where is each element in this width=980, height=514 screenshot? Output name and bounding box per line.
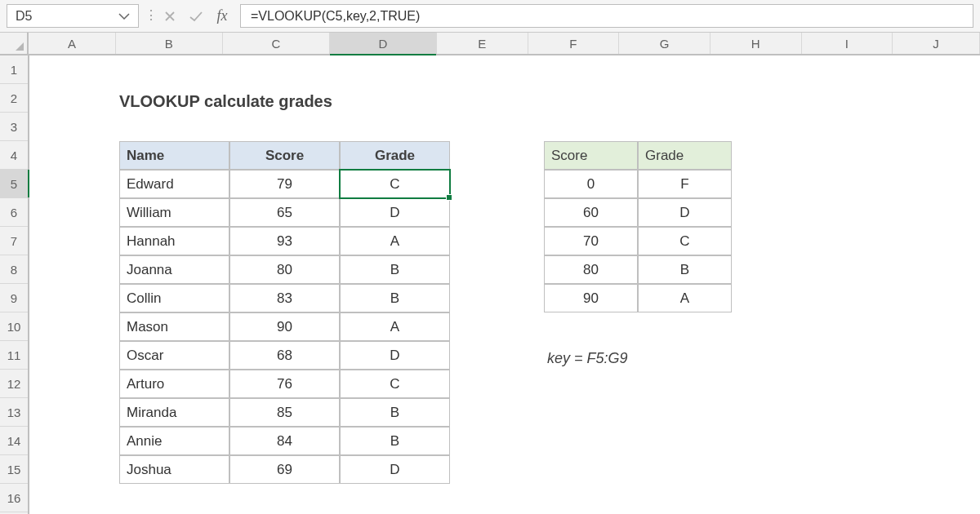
table1-cell-name-r5[interactable]: Edward	[119, 170, 229, 198]
table1-cell-score-r14[interactable]: 84	[229, 427, 340, 455]
row-header-14[interactable]: 14	[0, 427, 28, 455]
cells-canvas[interactable]: VLOOKUP calculate gradesNameScoreGradeEd…	[29, 55, 980, 514]
page-title: VLOOKUP calculate grades	[119, 87, 450, 116]
table2-cell-grade-r5[interactable]: F	[638, 170, 732, 198]
col-header-C[interactable]: C	[223, 33, 330, 54]
table1-cell-grade-r10[interactable]: A	[340, 312, 450, 341]
table1-cell-grade-r15[interactable]: D	[340, 455, 450, 484]
row-header-13[interactable]: 13	[0, 398, 28, 427]
table1-cell-score-r7[interactable]: 93	[229, 227, 340, 255]
row-header-7[interactable]: 7	[0, 227, 28, 255]
formula-bar-separator: ⋮	[145, 0, 157, 32]
table1-cell-grade-r5[interactable]: C	[340, 170, 450, 198]
name-box-value: D5	[16, 9, 32, 24]
row-header-10[interactable]: 10	[0, 312, 28, 341]
table1-header-name: Name	[119, 141, 229, 170]
formula-input-value: =VLOOKUP(C5,key,2,TRUE)	[251, 9, 420, 24]
table2-cell-grade-r7[interactable]: C	[638, 227, 732, 255]
name-box-dropdown-icon[interactable]	[118, 13, 130, 20]
table2-cell-grade-r6[interactable]: D	[638, 198, 732, 227]
row-header-12[interactable]: 12	[0, 370, 28, 398]
named-range-note: key = F5:G9	[547, 344, 735, 373]
table1-cell-grade-r13[interactable]: B	[340, 398, 450, 427]
table1-cell-name-r12[interactable]: Arturo	[119, 370, 229, 398]
cancel-icon[interactable]	[157, 0, 183, 32]
table1-cell-score-r13[interactable]: 85	[229, 398, 340, 427]
table1-cell-grade-r14[interactable]: B	[340, 427, 450, 455]
row-header-3[interactable]: 3	[0, 113, 28, 141]
col-header-B[interactable]: B	[116, 33, 223, 54]
table1-cell-name-r11[interactable]: Oscar	[119, 341, 229, 370]
table1-cell-score-r15[interactable]: 69	[229, 455, 340, 484]
select-all-corner[interactable]	[0, 33, 29, 54]
row-header-16[interactable]: 16	[0, 484, 28, 512]
table1-cell-grade-r8[interactable]: B	[340, 255, 450, 284]
table2-cell-score-r8[interactable]: 80	[544, 255, 638, 284]
table1-cell-score-r8[interactable]: 80	[229, 255, 340, 284]
table2-cell-score-r6[interactable]: 60	[544, 198, 638, 227]
table1-cell-name-r6[interactable]: William	[119, 198, 229, 227]
col-header-A[interactable]: A	[29, 33, 116, 54]
fx-label: fx	[217, 7, 228, 24]
table1-cell-name-r7[interactable]: Hannah	[119, 227, 229, 255]
table1-cell-score-r5[interactable]: 79	[229, 170, 340, 198]
enter-icon[interactable]	[183, 0, 209, 32]
table1-cell-name-r13[interactable]: Miranda	[119, 398, 229, 427]
table1-cell-score-r10[interactable]: 90	[229, 312, 340, 341]
row-header-8[interactable]: 8	[0, 255, 28, 284]
table2-cell-grade-r8[interactable]: B	[638, 255, 732, 284]
table2-cell-score-r7[interactable]: 70	[544, 227, 638, 255]
table1-header-score: Score	[229, 141, 340, 170]
table1-cell-score-r12[interactable]: 76	[229, 370, 340, 398]
table1-cell-name-r9[interactable]: Collin	[119, 284, 229, 312]
table2-header-grade: Grade	[638, 141, 732, 170]
table2-cell-score-r9[interactable]: 90	[544, 284, 638, 312]
col-header-I[interactable]: I	[802, 33, 893, 54]
table1-cell-grade-r7[interactable]: A	[340, 227, 450, 255]
spreadsheet-grid: ABCDEFGHIJ 12345678910111213141516 VLOOK…	[0, 33, 980, 514]
row-header-1[interactable]: 1	[0, 55, 28, 84]
table2-header-score: Score	[544, 141, 638, 170]
col-header-D[interactable]: D	[330, 33, 437, 54]
row-headers: 12345678910111213141516	[0, 55, 29, 514]
row-header-11[interactable]: 11	[0, 341, 28, 370]
col-header-F[interactable]: F	[528, 33, 620, 54]
table1-cell-name-r14[interactable]: Annie	[119, 427, 229, 455]
table1-cell-score-r6[interactable]: 65	[229, 198, 340, 227]
col-header-H[interactable]: H	[710, 33, 802, 54]
table1-cell-score-r11[interactable]: 68	[229, 341, 340, 370]
row-header-5[interactable]: 5	[0, 170, 28, 198]
table1-cell-score-r9[interactable]: 83	[229, 284, 340, 312]
table2-cell-score-r5[interactable]: 0	[544, 170, 638, 198]
row-header-4[interactable]: 4	[0, 141, 28, 170]
formula-bar: D5 ⋮ fx =VLOOKUP(C5,key,2,TRUE)	[0, 0, 980, 33]
row-header-6[interactable]: 6	[0, 198, 28, 227]
row-header-9[interactable]: 9	[0, 284, 28, 312]
row-header-15[interactable]: 15	[0, 455, 28, 484]
table1-cell-grade-r11[interactable]: D	[340, 341, 450, 370]
table2-cell-grade-r9[interactable]: A	[638, 284, 732, 312]
table1-cell-name-r15[interactable]: Joshua	[119, 455, 229, 484]
table1-cell-name-r8[interactable]: Joanna	[119, 255, 229, 284]
table1-cell-grade-r6[interactable]: D	[340, 198, 450, 227]
table1-cell-grade-r9[interactable]: B	[340, 284, 450, 312]
column-headers: ABCDEFGHIJ	[0, 33, 980, 55]
table1-cell-name-r10[interactable]: Mason	[119, 312, 229, 341]
col-header-J[interactable]: J	[893, 33, 980, 54]
col-header-E[interactable]: E	[437, 33, 528, 54]
col-header-G[interactable]: G	[619, 33, 710, 54]
name-box[interactable]: D5	[7, 4, 139, 28]
insert-function-button[interactable]: fx	[209, 0, 235, 32]
table1-header-grade: Grade	[340, 141, 450, 170]
table1-cell-grade-r12[interactable]: C	[340, 370, 450, 398]
formula-input[interactable]: =VLOOKUP(C5,key,2,TRUE)	[240, 4, 973, 28]
row-header-2[interactable]: 2	[0, 84, 28, 113]
